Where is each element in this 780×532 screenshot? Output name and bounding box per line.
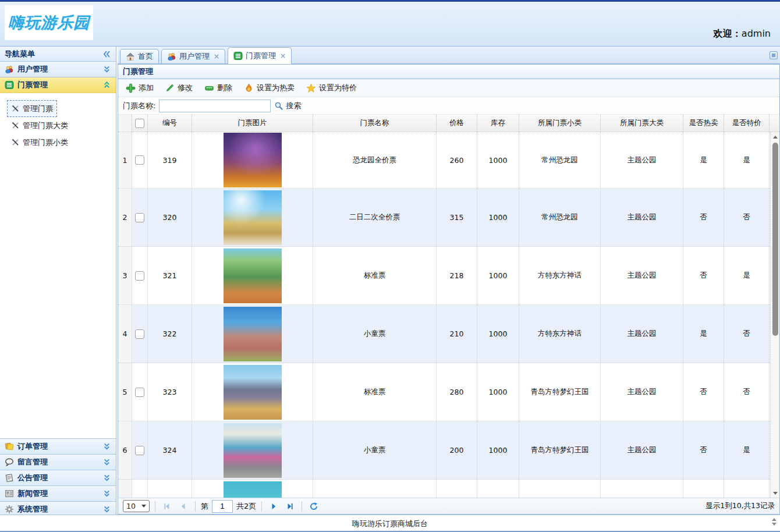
header-price[interactable]: 价格 xyxy=(437,115,477,132)
sidebar-panel-news[interactable]: 新闻管理 xyxy=(0,485,116,501)
cell-image xyxy=(192,305,313,363)
set-special-label: 设置为特价 xyxy=(319,83,357,93)
last-page-button[interactable] xyxy=(283,500,296,513)
chevron-double-down-icon[interactable] xyxy=(102,458,111,467)
delete-button[interactable]: 删除 xyxy=(201,81,235,94)
row-checkbox[interactable] xyxy=(135,155,144,165)
cell-hot: 否 xyxy=(683,247,724,304)
tab-user-management[interactable]: 用户管理 × xyxy=(161,49,225,63)
orders-icon xyxy=(5,442,14,451)
ticket-image xyxy=(224,365,282,420)
header-category[interactable]: 所属门票大类 xyxy=(601,115,683,132)
tab-tool-button[interactable] xyxy=(770,51,778,59)
row-checkbox[interactable] xyxy=(135,213,144,222)
tree-item-manage-minor-category[interactable]: 管理门票小类 xyxy=(7,134,72,151)
next-page-button[interactable] xyxy=(267,500,280,513)
cell-image xyxy=(192,363,313,421)
add-button[interactable]: 添加 xyxy=(123,81,157,94)
chevron-double-down-icon[interactable] xyxy=(102,65,111,74)
chevron-double-up-icon[interactable] xyxy=(102,81,111,90)
logo: 嗨玩游乐园 xyxy=(5,5,93,40)
gear-icon xyxy=(5,505,14,514)
set-special-button[interactable]: 设置为特价 xyxy=(303,81,360,94)
table-row[interactable]: 3 321 标准票 218 1000 方特东方神话 主题公园 否 是 xyxy=(118,247,779,305)
chevron-double-down-icon[interactable] xyxy=(102,442,111,451)
username: admin xyxy=(742,28,771,39)
select-all-checkbox[interactable] xyxy=(135,119,144,128)
cell-stock: 1000 xyxy=(477,421,519,479)
table-row[interactable]: 6 324 小童票 200 1000 青岛方特梦幻王国 主题公园 否 是 xyxy=(118,421,779,480)
row-checkbox[interactable] xyxy=(135,446,144,455)
sidebar-panel-tickets[interactable]: 门票管理 xyxy=(0,77,116,93)
header-id[interactable]: 编号 xyxy=(148,115,192,132)
search-label: 门票名称: xyxy=(123,101,155,111)
collapse-left-icon[interactable] xyxy=(102,49,111,59)
chevron-double-down-icon[interactable] xyxy=(102,474,111,483)
cell-subcategory: 常州恐龙园 xyxy=(519,189,601,246)
cell-id: 321 xyxy=(148,247,192,304)
toolbar: 添加 修改 删除 xyxy=(118,79,779,97)
first-page-button[interactable] xyxy=(161,500,173,513)
sidebar-panel-orders[interactable]: 订单管理 xyxy=(0,438,116,454)
tab-home[interactable]: 首页 xyxy=(120,49,159,63)
prev-page-button[interactable] xyxy=(177,500,190,513)
edit-button[interactable]: 修改 xyxy=(162,81,196,94)
tree-item-label: 管理门票小类 xyxy=(23,137,68,148)
refresh-button[interactable] xyxy=(307,500,320,513)
table-row[interactable]: 4 322 小童票 210 1000 方特东方神话 主题公园 是 否 xyxy=(118,305,779,363)
scroll-up-button[interactable] xyxy=(771,132,779,141)
chevron-double-down-icon[interactable] xyxy=(102,490,111,498)
sidebar-panel-messages[interactable]: 留言管理 xyxy=(0,454,116,470)
row-checkbox[interactable] xyxy=(135,329,144,339)
header-image[interactable]: 门票图片 xyxy=(192,115,313,132)
chevron-down-icon xyxy=(141,505,146,508)
header-name[interactable]: 门票名称 xyxy=(313,115,437,132)
search-input[interactable] xyxy=(159,100,271,112)
close-icon[interactable]: × xyxy=(280,52,286,60)
cell-special: 否 xyxy=(724,189,770,246)
cell-name: 标准票 xyxy=(313,363,437,421)
ticket-image xyxy=(224,481,282,498)
sidebar-panel-users[interactable]: 用户管理 xyxy=(0,62,116,77)
cell-hot: 否 xyxy=(683,363,724,421)
header-subcategory[interactable]: 所属门票小类 xyxy=(519,115,601,132)
row-checkbox[interactable] xyxy=(135,388,144,397)
scroll-down-button[interactable] xyxy=(771,488,779,498)
grid-vertical-scrollbar[interactable] xyxy=(770,132,779,498)
header-special[interactable]: 是否特价 xyxy=(724,115,770,132)
footer-scroll-arrows[interactable] xyxy=(772,518,777,526)
sidebar-title[interactable]: 导航菜单 xyxy=(0,47,116,62)
cell-image xyxy=(192,247,313,304)
page-number-input[interactable] xyxy=(212,500,233,513)
arrow-down-icon[interactable] xyxy=(772,523,777,526)
chevron-double-down-icon[interactable] xyxy=(102,505,111,514)
search-button[interactable]: 搜索 xyxy=(274,101,301,111)
row-checkbox[interactable] xyxy=(135,271,144,281)
sidebar-tree: 管理门票 管理门票大类 管理门票小类 xyxy=(0,93,116,151)
cell-category xyxy=(601,480,683,498)
page-size-select[interactable]: 10 xyxy=(123,500,150,512)
tree-item-manage-major-category[interactable]: 管理门票大类 xyxy=(7,117,72,134)
cell-category: 主题公园 xyxy=(601,247,683,304)
search-button-label: 搜索 xyxy=(286,101,301,111)
table-row-partial[interactable] xyxy=(118,480,779,498)
close-icon[interactable]: × xyxy=(214,52,219,61)
arrow-up-icon[interactable] xyxy=(772,518,777,521)
set-hot-button[interactable]: 设置为热卖 xyxy=(241,81,297,94)
tab-ticket-management[interactable]: 门票管理 × xyxy=(228,47,292,64)
table-row[interactable]: 2 320 二日二次全价票 315 1000 常州恐龙园 主题公园 否 否 xyxy=(118,189,779,247)
scrollbar-thumb[interactable] xyxy=(772,143,778,336)
header-stock[interactable]: 库存 xyxy=(477,115,519,132)
sidebar-title-label: 导航菜单 xyxy=(5,49,35,59)
sidebar-panel-notices[interactable]: 公告管理 xyxy=(0,470,116,485)
cell-name: 小童票 xyxy=(313,305,437,363)
tree-item-manage-tickets[interactable]: 管理门票 xyxy=(7,100,57,117)
header-hot[interactable]: 是否热卖 xyxy=(683,115,724,132)
row-number: 1 xyxy=(118,132,132,188)
cell-id: 319 xyxy=(148,132,192,188)
table-row[interactable]: 5 323 标准票 280 1000 青岛方特梦幻王国 主题公园 否 否 xyxy=(118,363,779,421)
row-checkbox-cell xyxy=(132,189,148,246)
top-header: 嗨玩游乐园 欢迎：admin xyxy=(0,0,780,47)
table-row[interactable]: 1 319 恐龙园全价票 260 1000 常州恐龙园 主题公园 是 是 xyxy=(118,132,779,189)
cell-special: 是 xyxy=(724,132,770,188)
